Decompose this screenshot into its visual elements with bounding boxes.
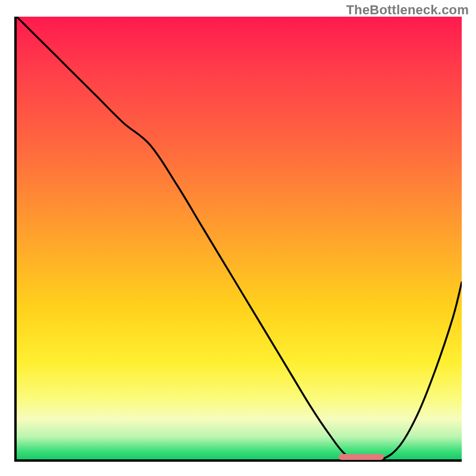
min-marker — [339, 454, 383, 460]
watermark-text: TheBottleneck.com — [346, 2, 469, 18]
curve-layer — [17, 17, 462, 459]
curve-path — [17, 17, 462, 459]
plot-area — [14, 17, 462, 462]
chart-frame: TheBottleneck.com — [0, 0, 476, 476]
